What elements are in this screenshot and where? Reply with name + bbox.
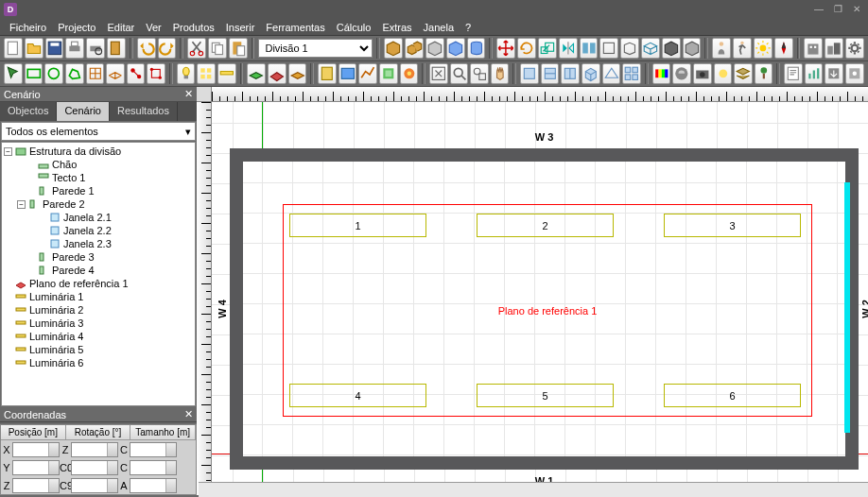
cut-icon[interactable] [187, 38, 206, 59]
print-preview-icon[interactable] [86, 38, 105, 59]
tab-scenario[interactable]: Cenário [57, 102, 110, 121]
scale-icon[interactable] [538, 38, 557, 59]
settings2-icon[interactable] [845, 63, 864, 84]
light-field-icon[interactable] [197, 63, 216, 84]
view-front-icon[interactable] [541, 63, 560, 84]
layers-icon[interactable] [734, 63, 753, 84]
pos-z-input[interactable] [12, 478, 60, 493]
light-icon[interactable] [177, 63, 196, 84]
tree-node-lum3[interactable]: Luminária 3 [4, 317, 193, 330]
draw-rect-icon[interactable] [25, 63, 43, 84]
package-icon[interactable] [425, 38, 444, 59]
menu-help[interactable]: ? [460, 22, 477, 33]
new-file-icon[interactable] [4, 38, 23, 59]
tree-node-parede2[interactable]: −Parede 2 [4, 197, 193, 211]
tree-node-lum2[interactable]: Luminária 2 [4, 303, 193, 317]
grid-icon[interactable] [86, 63, 105, 84]
tree-node-chao[interactable]: Chão [4, 158, 193, 171]
walk-icon[interactable] [733, 38, 752, 59]
colormap-icon[interactable] [652, 63, 671, 84]
solid-icon[interactable] [662, 38, 681, 59]
calc1-icon[interactable] [318, 63, 337, 84]
view-persp-icon[interactable] [602, 63, 621, 84]
menu-ferramentas[interactable]: Ferramentas [260, 22, 330, 33]
building-icon[interactable] [804, 38, 823, 59]
drawing-canvas[interactable]: W 1 W 2 W 3 W 4 Plano de referência 1 12… [212, 102, 868, 495]
print-icon[interactable] [65, 38, 84, 59]
snap-icon[interactable] [127, 63, 146, 84]
luminaire-5[interactable]: 5 [477, 384, 614, 407]
sun-icon[interactable] [754, 38, 773, 59]
panel-close-icon[interactable]: ✕ [184, 88, 193, 100]
draw-poly-icon[interactable] [65, 63, 84, 84]
mirror-icon[interactable] [559, 38, 578, 59]
building2-icon[interactable] [825, 38, 843, 59]
rot-c0-input[interactable] [71, 460, 118, 475]
draw-circle-icon[interactable] [44, 63, 63, 84]
luminaire-4[interactable]: 4 [289, 384, 426, 407]
tree-node-parede1[interactable]: Parede 1 [4, 184, 193, 197]
light-render-icon[interactable] [714, 63, 733, 84]
minimize-button[interactable]: — [811, 4, 826, 15]
tree-node-root[interactable]: −Estrutura da divisão [4, 145, 193, 158]
wireframe-icon[interactable] [641, 38, 660, 59]
horizontal-scrollbar[interactable] [199, 482, 868, 497]
menu-ficheiro[interactable]: Ficheiro [4, 22, 52, 33]
cylinder-icon[interactable] [467, 38, 486, 59]
menu-ver[interactable]: Ver [140, 22, 167, 33]
collapse-icon[interactable]: − [17, 200, 26, 209]
grid3d-icon[interactable] [106, 63, 125, 84]
snap-cube-icon[interactable] [620, 38, 639, 59]
shade-icon[interactable] [683, 38, 702, 59]
rot-c90-input[interactable] [71, 478, 118, 493]
redo-icon[interactable] [158, 38, 177, 59]
menu-inserir[interactable]: Inserir [220, 22, 261, 33]
menu-editar[interactable]: Editar [101, 22, 140, 33]
camera-icon[interactable] [693, 63, 712, 84]
menu-projecto[interactable]: Projecto [52, 22, 101, 33]
view-3d-icon[interactable] [582, 63, 600, 84]
zoom-extents-icon[interactable] [429, 63, 448, 84]
tab-results[interactable]: Resultados [110, 102, 178, 121]
tree-node-plano[interactable]: Plano de referência 1 [4, 277, 193, 290]
report-icon[interactable] [784, 63, 803, 84]
menu-produtos[interactable]: Produtos [167, 22, 220, 33]
tree-node-parede3[interactable]: Parede 3 [4, 250, 193, 264]
light-line-icon[interactable] [217, 63, 236, 84]
luminaire-6[interactable]: 6 [664, 384, 801, 407]
undo-icon[interactable] [137, 38, 156, 59]
rotate-icon[interactable] [517, 38, 536, 59]
tree-icon[interactable] [755, 63, 773, 84]
save-icon[interactable] [45, 38, 64, 59]
tree-node-lum6[interactable]: Luminária 6 [4, 356, 193, 369]
snap-rect-icon[interactable] [599, 38, 618, 59]
surface-icon[interactable] [247, 63, 266, 84]
close-window-button[interactable]: ✕ [849, 4, 864, 15]
size-c2-input[interactable] [130, 460, 177, 475]
zoom-icon[interactable] [450, 63, 469, 84]
render-icon[interactable] [672, 63, 691, 84]
panel-close-icon[interactable]: ✕ [184, 408, 193, 420]
menu-calculo[interactable]: Cálculo [331, 22, 377, 33]
tree-node-janela23[interactable]: Janela 2.3 [4, 237, 193, 250]
tree-node-lum1[interactable]: Luminária 1 [4, 290, 193, 303]
calc4-icon[interactable] [379, 63, 398, 84]
division-select[interactable]: Divisão 1 [258, 39, 373, 58]
collapse-icon[interactable]: − [4, 147, 12, 156]
tree-node-parede4[interactable]: Parede 4 [4, 264, 193, 277]
paste-icon[interactable] [107, 38, 126, 59]
calc3-icon[interactable] [358, 63, 377, 84]
menu-janela[interactable]: Janela [418, 22, 460, 33]
tree-node-tecto[interactable]: Tecto 1 [4, 171, 193, 184]
element-filter-dropdown[interactable]: Todos os elementos ▾ [1, 122, 196, 141]
viewport[interactable]: W 1 W 2 W 3 W 4 Plano de referência 1 12… [197, 87, 868, 495]
window-strip[interactable] [844, 182, 850, 433]
view-side-icon[interactable] [561, 63, 580, 84]
luminaire-2[interactable]: 2 [477, 214, 614, 237]
chart-icon[interactable] [805, 63, 824, 84]
copy-icon[interactable] [208, 38, 227, 59]
calc5-icon[interactable] [400, 63, 419, 84]
compass-icon[interactable] [774, 38, 793, 59]
maximize-button[interactable]: ❐ [830, 4, 845, 15]
person-icon[interactable] [712, 38, 731, 59]
